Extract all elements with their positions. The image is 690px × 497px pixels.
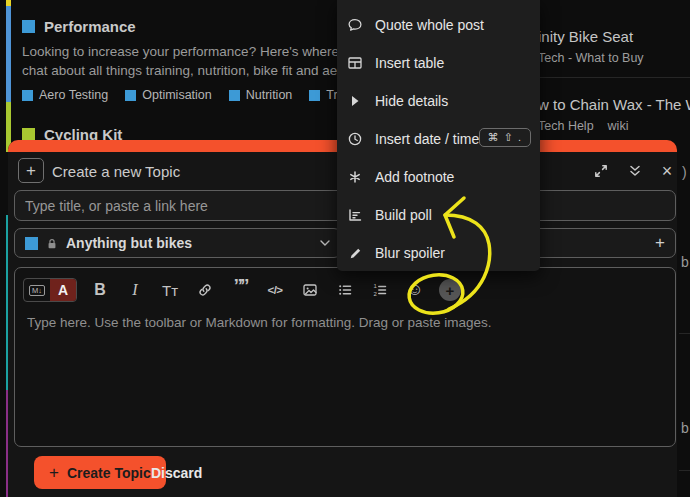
plus-circle-icon: + (439, 279, 461, 301)
bold-button[interactable]: B (88, 278, 112, 302)
pencil-icon (346, 246, 364, 261)
markdown-mode-button[interactable]: M↓ (24, 279, 50, 301)
close-icon: × (662, 162, 673, 180)
editor-toolbar: M↓ A B I Tᴛ ”” (23, 278, 462, 302)
post-editor[interactable]: M↓ A B I Tᴛ ”” (14, 267, 676, 447)
numbered-list-icon: 1 2 (372, 282, 388, 298)
category-description-line1: Looking to increase your performance? He… (22, 44, 339, 59)
poll-chart-icon (346, 207, 364, 223)
numbered-list-button[interactable]: 1 2 (368, 278, 392, 302)
svg-text:1: 1 (374, 283, 378, 289)
asterisk-icon (346, 170, 364, 184)
subcategory-color-square (229, 90, 240, 101)
topic-link-chain-wax[interactable]: w to Chain Wax - The W (538, 96, 690, 113)
svg-text:2: 2 (374, 291, 378, 297)
stripe-blue (6, 6, 11, 102)
emoji-button[interactable]: ☺ (403, 278, 427, 302)
subcategory-aero-testing[interactable]: Aero Testing (22, 88, 108, 102)
category-description-line2: chat about all things training, nutritio… (22, 63, 337, 78)
composer-options-button[interactable]: + (438, 278, 462, 302)
plus-icon: + (49, 463, 59, 483)
caret-right-icon (346, 95, 364, 107)
menu-item-quote-whole-post[interactable]: Quote whole post (337, 6, 540, 44)
topic-meta: Tech Help wiki (538, 119, 628, 133)
code-button[interactable]: </> (263, 278, 287, 302)
richtext-icon: A (58, 282, 68, 298)
category-color-square (25, 237, 38, 250)
subcategory-color-square (22, 90, 33, 101)
link-button[interactable] (193, 278, 217, 302)
category-color-square (22, 20, 35, 33)
text-size-button[interactable]: Tᴛ (158, 278, 182, 302)
selected-category-label: Anything but bikes (66, 235, 312, 251)
subcategory-color-square (309, 90, 320, 101)
subcategory-row: Aero Testing Optimisation Nutrition Trai… (22, 88, 371, 102)
right-edge-divider (679, 470, 690, 471)
menu-item-insert-table[interactable]: Insert table (337, 44, 540, 82)
new-topic-icon: + (18, 158, 44, 183)
topic-category[interactable]: Tech Help (538, 119, 594, 133)
subcategory-nutrition[interactable]: Nutrition (229, 88, 293, 102)
category-title: Performance (44, 18, 136, 35)
upload-image-button[interactable] (298, 278, 322, 302)
discard-button[interactable]: Discard (145, 464, 208, 482)
image-icon (302, 282, 318, 298)
topic-link-bike-seat[interactable]: inity Bike Seat (538, 28, 633, 45)
italic-button[interactable]: I (123, 278, 147, 302)
close-composer-button[interactable]: × (657, 161, 677, 181)
subcategory-color-square (125, 90, 136, 101)
fullscreen-toggle-button[interactable] (591, 161, 611, 181)
expand-diagonal-icon (593, 163, 609, 179)
clipped-text-fragment: b (681, 420, 689, 436)
topic-meta: Tech - What to Buy (538, 51, 644, 65)
link-icon (197, 282, 213, 298)
double-chevron-down-icon (627, 163, 643, 179)
editor-placeholder: Type here. Use the toolbar or Markdown f… (27, 315, 491, 330)
add-tag-icon[interactable]: + (655, 233, 665, 253)
bulleted-list-button[interactable] (333, 278, 357, 302)
menu-item-build-poll[interactable]: Build poll (337, 196, 540, 234)
keyboard-shortcut-badge: ⌘ ⇧ . (479, 128, 531, 147)
forum-page: Performance Looking to increase your per… (0, 0, 690, 497)
topic-tag-wiki[interactable]: wiki (608, 119, 629, 133)
category-select[interactable]: Anything but bikes (14, 228, 341, 258)
speech-bubble-icon (346, 17, 364, 33)
composer-options-menu: Quote whole post Insert table Hide detai… (337, 0, 540, 271)
lock-icon (46, 237, 58, 250)
clipped-text-fragment: b (681, 254, 689, 270)
markdown-icon: M↓ (29, 285, 45, 296)
right-edge-divider (679, 333, 690, 334)
topic-category[interactable]: Tech - What to Buy (538, 51, 644, 65)
clipped-text-fragment: ) (682, 164, 687, 180)
blockquote-button[interactable]: ”” (228, 278, 252, 302)
topic-divider (538, 77, 690, 78)
minimize-composer-button[interactable] (625, 161, 645, 181)
menu-item-hide-details[interactable]: Hide details (337, 82, 540, 120)
category-performance[interactable]: Performance (22, 18, 136, 35)
composer-title: Create a new Topic (52, 163, 180, 180)
editor-mode-toggle: M↓ A (23, 278, 77, 302)
table-icon (346, 55, 364, 71)
chevron-down-icon (320, 240, 330, 246)
richtext-mode-button[interactable]: A (50, 279, 76, 301)
clock-icon (346, 131, 364, 147)
subcategory-optimisation[interactable]: Optimisation (125, 88, 211, 102)
menu-item-add-footnote[interactable]: Add footnote (337, 158, 540, 196)
menu-item-insert-date-time[interactable]: Insert date / time ⌘ ⇧ . (337, 120, 540, 158)
menu-item-blur-spoiler[interactable]: Blur spoiler (337, 234, 540, 272)
bulleted-list-icon (337, 282, 353, 298)
